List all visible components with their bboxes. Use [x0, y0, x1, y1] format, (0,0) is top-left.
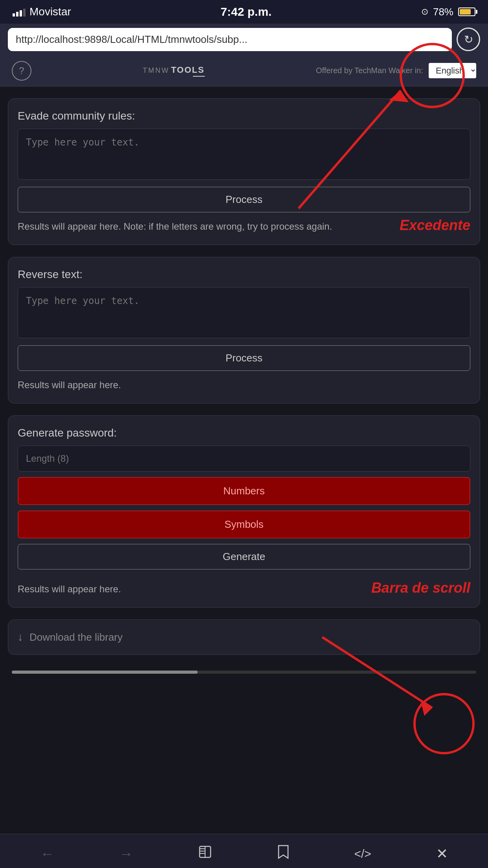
download-text: Download the library: [29, 631, 123, 643]
symbols-toggle-button[interactable]: Symbols: [18, 510, 470, 538]
signal-bar-4: [23, 9, 26, 17]
language-select[interactable]: English: [429, 63, 476, 78]
bookmarks-icon: [198, 845, 212, 862]
brand-tmnw: TMNW: [143, 66, 169, 75]
evade-process-button[interactable]: Process: [18, 187, 470, 212]
main-content: Evade community rules: Process Results w…: [0, 87, 488, 834]
time-display: 7:42 p.m.: [220, 5, 272, 18]
help-button[interactable]: ?: [12, 61, 31, 81]
evade-title: Evade community rules:: [18, 110, 470, 122]
status-bar: Movistar 7:42 p.m. ⊙ 78%: [0, 0, 488, 24]
evade-annotation: Excedente: [400, 217, 470, 234]
back-icon: ←: [40, 846, 54, 862]
bookmarks-button[interactable]: [190, 841, 220, 866]
brand-tools: TOOLS: [171, 65, 204, 75]
status-right: ⊙ 78%: [421, 6, 475, 18]
close-button[interactable]: ✕: [428, 842, 456, 866]
battery-fill: [460, 9, 471, 15]
brand-underline: [193, 76, 205, 77]
reverse-results: Results will appear here.: [18, 378, 470, 392]
forward-icon: →: [119, 846, 133, 862]
evade-textarea[interactable]: [18, 129, 470, 180]
scroll-area: [8, 667, 480, 678]
battery-percentage: 78%: [433, 6, 453, 18]
nav-right: Offered by TechMan Walker in: English: [316, 63, 476, 78]
evade-results: Results will appear here. Note: if the l…: [18, 219, 332, 234]
signal-bar-1: [13, 13, 15, 17]
bookmark-icon: [277, 845, 290, 862]
numbers-toggle-button[interactable]: Numbers: [18, 477, 470, 505]
url-input[interactable]: [8, 28, 452, 51]
refresh-button[interactable]: ↻: [457, 28, 480, 51]
password-card: Generate password: Numbers Symbols Gener…: [8, 415, 480, 608]
signal-bars: [13, 7, 26, 17]
help-icon: ?: [19, 65, 24, 76]
code-icon: </>: [354, 847, 371, 861]
battery-icon: [458, 7, 475, 16]
reverse-title: Reverse text:: [18, 268, 470, 281]
signal-bar-2: [16, 12, 18, 17]
carrier-label: Movistar: [29, 6, 71, 18]
offered-by-text: Offered by TechMan Walker in:: [316, 66, 423, 75]
brand-logo: TMNW TOOLS: [143, 65, 204, 77]
code-button[interactable]: </>: [346, 843, 379, 864]
reverse-textarea[interactable]: [18, 287, 470, 338]
close-icon: ✕: [436, 846, 448, 862]
reverse-process-button[interactable]: Process: [18, 345, 470, 371]
generate-button[interactable]: Generate: [18, 544, 470, 569]
bookmark-button[interactable]: [269, 841, 297, 866]
url-bar-container: ↻: [0, 24, 488, 55]
scroll-annotation: Barra de scroll: [371, 580, 470, 596]
signal-bar-3: [20, 10, 22, 17]
back-button[interactable]: ←: [32, 842, 62, 866]
download-bar[interactable]: ↓ Download the library: [8, 619, 480, 655]
reverse-text-card: Reverse text: Process Results will appea…: [8, 257, 480, 404]
lock-icon: ⊙: [421, 7, 428, 17]
download-icon: ↓: [18, 631, 23, 643]
evade-rules-card: Evade community rules: Process Results w…: [8, 98, 480, 245]
forward-button[interactable]: →: [111, 842, 141, 866]
length-input[interactable]: [18, 446, 470, 472]
bottom-nav: ← →: [0, 834, 488, 868]
nav-bar: ? TMNW TOOLS Offered by TechMan Walker i…: [0, 55, 488, 87]
scroll-thumb: [12, 671, 198, 674]
password-title: Generate password:: [18, 427, 470, 439]
scroll-track: [12, 671, 476, 674]
password-results: Results will appear here.: [18, 582, 121, 596]
status-left: Movistar: [13, 6, 71, 18]
